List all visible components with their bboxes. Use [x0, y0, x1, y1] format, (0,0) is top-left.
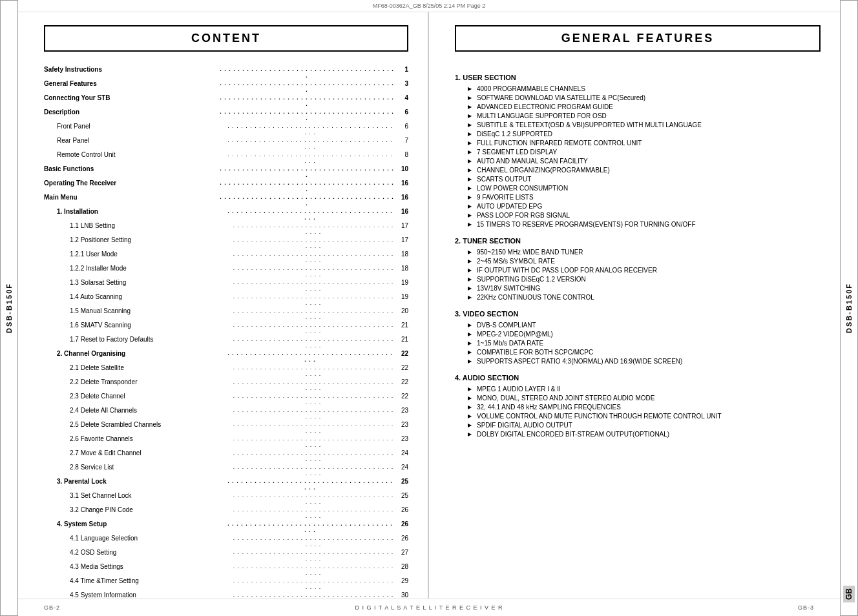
toc-item: 1.5 Manual Scanning . . . . . . . . . . … — [44, 307, 408, 320]
toc-dots: . . . . . . . . . . . . . . . . . . . . … — [225, 350, 395, 363]
toc-label: Rear Panel — [57, 137, 225, 150]
toc-dots: . . . . . . . . . . . . . . . . . . . . … — [231, 393, 395, 406]
toc-page: 4 — [395, 94, 408, 107]
toc-label: 2.6 Favorite Channels — [70, 435, 231, 448]
toc-page: 25 — [395, 478, 408, 491]
toc-dots: . . . . . . . . . . . . . . . . . . . . … — [231, 535, 395, 548]
toc-dots: . . . . . . . . . . . . . . . . . . . . … — [231, 449, 395, 462]
toc-item: 2.1 Delete Satellite . . . . . . . . . .… — [44, 364, 408, 377]
toc-item: 1.6 SMATV Scanning . . . . . . . . . . .… — [44, 322, 408, 334]
toc-page: 20 — [395, 307, 408, 320]
toc-label: 4.2 OSD Setting — [70, 549, 231, 562]
toc-item: 1.4 Auto Scanning . . . . . . . . . . . … — [44, 293, 408, 306]
toc-page: 23 — [395, 421, 408, 434]
toc-item: General Features . . . . . . . . . . . .… — [44, 80, 408, 93]
left-side-tab-text: DSB-B150F — [5, 283, 13, 333]
toc-page: 3 — [395, 80, 408, 93]
toc-label: 1. Installation — [57, 208, 225, 221]
toc-dots: . . . . . . . . . . . . . . . . . . . . … — [231, 563, 395, 576]
file-header: MF68-00362A_GB 8/25/05 2:14 PM Page 2 — [18, 0, 840, 12]
toc-dots: . . . . . . . . . . . . . . . . . . . . … — [231, 279, 395, 292]
toc-label: 3.1 Set Channel Lock — [70, 492, 231, 505]
toc-dots: . . . . . . . . . . . . . . . . . . . . … — [231, 336, 395, 349]
toc-label: Connecting Your STB — [44, 94, 218, 107]
toc-label: 4.4 Time &Timer Setting — [70, 577, 231, 590]
toc-item: 2.5 Delete Scrambled Channels . . . . . … — [44, 421, 408, 434]
content-title: CONTENT — [191, 32, 261, 45]
feature-item: FULL FUNCTION INFRARED REMOTE CONTROL UN… — [468, 139, 821, 147]
feature-item: SUPPORTS ASPECT RATIO 4:3(NORMAL) AND 16… — [468, 358, 821, 365]
toc-page: 22 — [395, 378, 408, 391]
toc-label: 1.6 SMATV Scanning — [70, 322, 231, 334]
toc-page: 17 — [395, 222, 408, 235]
features-title-box: GENERAL FEATURES — [455, 25, 821, 52]
toc-dots: . . . . . . . . . . . . . . . . . . . . … — [231, 378, 395, 391]
toc-item: Basic Functions . . . . . . . . . . . . … — [44, 165, 408, 178]
feature-item: 22KHz CONTINUOUS TONE CONTROL — [468, 294, 821, 301]
toc-label: 3. Parental Lock — [57, 478, 225, 491]
toc-page: 10 — [395, 165, 408, 178]
toc-page: 26 — [395, 520, 408, 533]
toc-page: 6 — [395, 123, 408, 136]
toc-item: Front Panel . . . . . . . . . . . . . . … — [44, 123, 408, 136]
toc-dots: . . . . . . . . . . . . . . . . . . . . … — [231, 322, 395, 334]
toc-item: 3. Parental Lock . . . . . . . . . . . .… — [44, 478, 408, 491]
feature-item: SCARTS OUTPUT — [468, 176, 821, 183]
section-header: 3. VIDEO SECTION — [455, 310, 821, 318]
toc-label: 3.2 Change PIN Code — [70, 506, 231, 519]
toc-label: 2.4 Delete All Channels — [70, 407, 231, 420]
toc-label: 1.3 Solarsat Setting — [70, 279, 231, 292]
feature-item: DiSEqC 1.2 SUPPORTED — [468, 130, 821, 138]
toc-item: Safety Instructions . . . . . . . . . . … — [44, 66, 408, 79]
toc-item: 4.1 Language Selection . . . . . . . . .… — [44, 535, 408, 548]
feature-item: SPDIF DIGITAL AUDIO OUTPUT — [468, 422, 821, 429]
feature-item: PASS LOOP FOR RGB SIGNAL — [468, 212, 821, 219]
toc-label: Front Panel — [57, 123, 225, 136]
toc-dots: . . . . . . . . . . . . . . . . . . . . … — [231, 421, 395, 434]
toc-label: 2.2 Delete Transponder — [70, 378, 231, 391]
section-header: 1. USER SECTION — [455, 74, 821, 81]
feature-item: 9 FAVORITE LISTS — [468, 194, 821, 201]
toc-item: 2.6 Favorite Channels . . . . . . . . . … — [44, 435, 408, 448]
feature-item: 13V/18V SWITCHING — [468, 285, 821, 292]
toc-label: 2.8 Service List — [70, 464, 231, 477]
toc-dots: . . . . . . . . . . . . . . . . . . . . … — [231, 435, 395, 448]
toc-label: Main Menu — [44, 194, 218, 207]
toc-page: 8 — [395, 151, 408, 164]
feature-item: SUPPORTING DiSEqC 1.2 VERSION — [468, 276, 821, 283]
toc-page: 17 — [395, 236, 408, 249]
toc-dots: . . . . . . . . . . . . . . . . . . . . … — [225, 151, 395, 164]
toc-dots: . . . . . . . . . . . . . . . . . . . . … — [218, 108, 395, 121]
toc-dots: . . . . . . . . . . . . . . . . . . . . … — [231, 577, 395, 590]
toc-dots: . . . . . . . . . . . . . . . . . . . . … — [225, 123, 395, 136]
toc-item: 1. Installation . . . . . . . . . . . . … — [44, 208, 408, 221]
section-header: 2. TUNER SECTION — [455, 237, 821, 245]
feature-item: AUTO AND MANUAL SCAN FACILITY — [468, 158, 821, 165]
toc-label: Operating The Receiver — [44, 180, 218, 192]
toc-item: 2.3 Delete Channel . . . . . . . . . . .… — [44, 393, 408, 406]
toc-page: 24 — [395, 449, 408, 462]
main-content: MF68-00362A_GB 8/25/05 2:14 PM Page 2 CO… — [18, 0, 840, 616]
feature-item: DVB-S COMPLIANT — [468, 322, 821, 329]
features-title: GENERAL FEATURES — [561, 32, 714, 45]
toc-item: 2.8 Service List . . . . . . . . . . . .… — [44, 464, 408, 477]
features-container: 1. USER SECTION4000 PROGRAMMABLE CHANNEL… — [455, 74, 821, 438]
toc-label: 1.1 LNB Setting — [70, 222, 231, 235]
toc-label: Description — [44, 108, 218, 121]
pages-container: CONTENT Safety Instructions . . . . . . … — [18, 12, 840, 599]
toc-dots: . . . . . . . . . . . . . . . . . . . . … — [231, 591, 395, 599]
toc-page: 23 — [395, 407, 408, 420]
toc-label: 2.7 Move & Edit Channel — [70, 449, 231, 462]
toc-page: 19 — [395, 293, 408, 306]
toc-page: 16 — [395, 208, 408, 221]
right-page-number: GB-3 — [798, 604, 814, 611]
toc-page: 1 — [395, 66, 408, 79]
toc-page: 27 — [395, 549, 408, 562]
toc-label: 4.3 Media Settings — [70, 563, 231, 576]
feature-item: 2~45 MS/s SYMBOL RATE — [468, 258, 821, 265]
toc-page: 7 — [395, 137, 408, 150]
feature-list: 4000 PROGRAMMABLE CHANNELSSOFTWARE DOWNL… — [455, 85, 821, 228]
toc-item: Operating The Receiver . . . . . . . . .… — [44, 180, 408, 192]
left-page-number: GB-2 — [44, 604, 60, 611]
toc-label: 4.5 System Information — [70, 591, 231, 599]
